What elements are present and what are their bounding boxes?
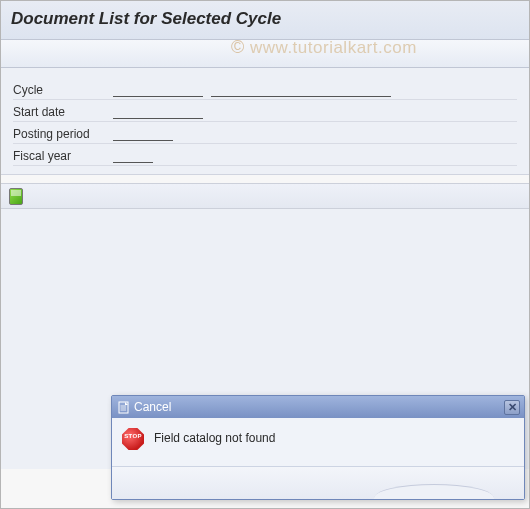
row-fiscal-year: Fiscal year <box>13 146 517 166</box>
dialog-doc-icon <box>118 401 130 414</box>
page-title: Document List for Selected Cycle <box>11 9 519 29</box>
selection-form: Cycle Start date Posting period Fiscal y… <box>1 68 529 175</box>
dialog-footer <box>112 467 524 499</box>
start-date-label: Start date <box>13 105 113 121</box>
row-start-date: Start date <box>13 102 517 122</box>
start-date-input[interactable] <box>113 105 203 119</box>
row-posting-period: Posting period <box>13 124 517 144</box>
fiscal-year-input[interactable] <box>113 149 153 163</box>
dialog-body: STOP Field catalog not found <box>112 418 524 467</box>
dialog-titlebar: Cancel ✕ <box>112 396 524 418</box>
cycle-label: Cycle <box>13 83 113 99</box>
execute-icon[interactable] <box>9 188 23 205</box>
dialog-close-button[interactable]: ✕ <box>504 400 520 415</box>
dialog-message: Field catalog not found <box>154 428 275 445</box>
stop-icon: STOP <box>122 428 144 450</box>
row-cycle: Cycle <box>13 80 517 100</box>
svg-rect-0 <box>119 402 128 413</box>
toolbar <box>1 40 529 68</box>
close-icon: ✕ <box>508 401 517 414</box>
dialog-title-text: Cancel <box>134 400 171 414</box>
posting-period-input[interactable] <box>113 127 173 141</box>
fiscal-year-label: Fiscal year <box>13 149 113 165</box>
icon-toolbar <box>1 183 529 209</box>
posting-period-label: Posting period <box>13 127 113 143</box>
title-bar: Document List for Selected Cycle <box>1 1 529 40</box>
cycle-input-desc[interactable] <box>211 83 391 97</box>
cancel-dialog: Cancel ✕ STOP Field catalog not found <box>111 395 525 500</box>
cycle-input[interactable] <box>113 83 203 97</box>
